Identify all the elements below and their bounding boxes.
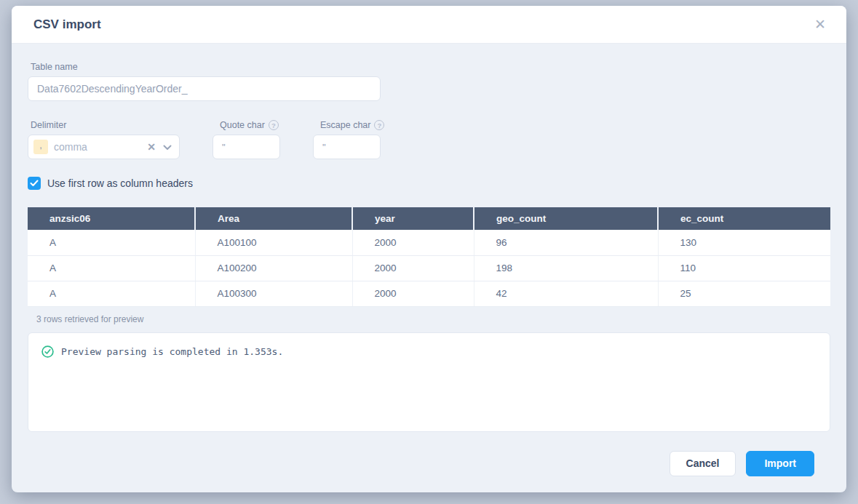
column-header: Area [195, 207, 352, 230]
table-cell: 42 [474, 281, 658, 306]
import-button[interactable]: Import [746, 451, 814, 476]
table-name-field: Table name [28, 62, 830, 101]
escape-char-label: Escape char ? [320, 120, 384, 130]
preview-table: anzsic06Areayeargeo_countec_count AA1001… [28, 207, 830, 307]
status-box: Preview parsing is completed in 1.353s. [28, 332, 830, 432]
clear-icon[interactable]: ✕ [147, 141, 156, 153]
escape-char-input[interactable] [313, 135, 381, 159]
quote-char-field: Quote char ? [212, 120, 280, 159]
column-header: year [352, 207, 474, 230]
first-row-headers-label: Use first row as column headers [47, 177, 193, 189]
table-cell: 2000 [352, 255, 474, 281]
csv-import-dialog: CSV import ✕ Table name Delimiter , comm… [12, 6, 846, 492]
table-name-input[interactable] [28, 76, 381, 101]
table-cell: A [28, 281, 195, 306]
table-row: AA1002002000198110 [28, 255, 830, 281]
table-cell: 198 [474, 255, 658, 281]
page-overlay: CSV import ✕ Table name Delimiter , comm… [0, 0, 858, 504]
table-cell: 110 [658, 255, 830, 281]
quote-char-input[interactable] [212, 135, 280, 159]
checkbox-checked-icon[interactable] [28, 177, 41, 190]
close-icon[interactable]: ✕ [811, 15, 829, 34]
delimiter-label: Delimiter [31, 120, 180, 130]
delimiter-selected-value: comma [54, 141, 147, 153]
table-row: AA100100200096130 [28, 230, 830, 255]
preview-footnote: 3 rows retrieved for preview [36, 314, 830, 324]
check-circle-icon [41, 345, 54, 358]
escape-char-field: Escape char ? [313, 120, 384, 159]
delimiter-char-chip: , [33, 140, 48, 154]
quote-char-label-text: Quote char [220, 120, 265, 130]
help-icon[interactable]: ? [374, 120, 384, 130]
table-cell: 2000 [352, 230, 474, 255]
status-message: Preview parsing is completed in 1.353s. [61, 346, 283, 357]
table-cell: 2000 [352, 281, 474, 306]
table-row: AA10030020004225 [28, 281, 830, 306]
table-cell: A [28, 255, 195, 281]
status-line: Preview parsing is completed in 1.353s. [41, 345, 817, 358]
table-cell: A100300 [195, 281, 352, 306]
table-name-label: Table name [31, 62, 830, 72]
table-cell: A100100 [195, 230, 352, 255]
first-row-headers-checkbox-row[interactable]: Use first row as column headers [28, 177, 830, 190]
help-icon[interactable]: ? [269, 120, 279, 130]
cancel-button[interactable]: Cancel [670, 451, 736, 476]
table-cell: 130 [658, 230, 830, 255]
quote-char-label: Quote char ? [220, 120, 280, 130]
delimiter-select[interactable]: , comma ✕ [28, 135, 180, 159]
parse-options-row: Delimiter , comma ✕ Quote char ? [28, 120, 830, 159]
table-cell: 25 [658, 281, 830, 306]
dialog-body: Table name Delimiter , comma ✕ [12, 44, 846, 492]
delimiter-field: Delimiter , comma ✕ [28, 120, 180, 159]
escape-char-label-text: Escape char [320, 120, 370, 130]
dialog-title: CSV import [33, 17, 101, 32]
table-cell: A100200 [195, 255, 352, 281]
table-cell: 96 [474, 230, 658, 255]
table-cell: A [28, 230, 195, 255]
column-header: anzsic06 [28, 207, 195, 230]
column-header: ec_count [658, 207, 830, 230]
dialog-footer: Cancel Import [28, 451, 830, 476]
dialog-header: CSV import ✕ [12, 6, 846, 44]
chevron-down-icon[interactable] [163, 140, 172, 153]
preview-table-body: AA100100200096130AA1002002000198110AA100… [28, 230, 830, 306]
column-header: geo_count [474, 207, 658, 230]
preview-header-row: anzsic06Areayeargeo_countec_count [28, 207, 830, 230]
